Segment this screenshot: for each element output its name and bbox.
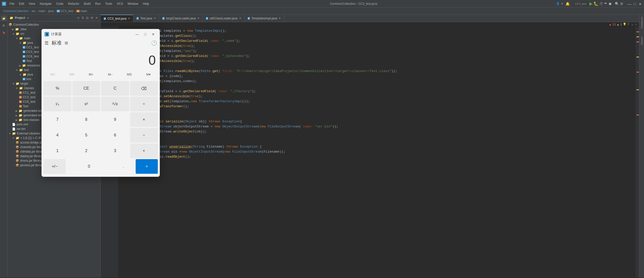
warning-stripe-2 — [636, 57, 639, 57]
menu-window[interactable]: Window — [126, 2, 140, 6]
maximize-button[interactable]: □ — [633, 2, 636, 6]
debug-button[interactable]: 🐛 — [593, 1, 598, 6]
editor-area: JCC3_test.java✕JTest.java✕Jlang\ClassLoa… — [101, 15, 639, 277]
breadcrumb-item-5[interactable]: m main — [76, 9, 87, 13]
calc-maximize-button[interactable]: □ — [142, 31, 149, 38]
close-button[interactable]: ✕ — [638, 2, 642, 6]
calc-btn-6[interactable]: 6 — [101, 128, 129, 143]
error-status-bar: ▲ 13 ▲ 1 💡 7 ▲ ▼ — [101, 22, 639, 26]
code-content[interactable]: TemplatesImpl templates = new TemplatesI… — [118, 26, 635, 277]
structure-panel-icon[interactable]: ☰ — [1, 23, 7, 28]
calc-btn--[interactable]: = — [136, 159, 158, 174]
tab-CC3-test-java[interactable]: JCC3_test.java✕ — [101, 15, 133, 22]
calc-mode-icon[interactable]: ⊞ — [65, 41, 68, 45]
breadcrumb: CommonCollection › src › main › java › C… — [0, 8, 644, 15]
settings-icon[interactable]: ⚙ — [90, 16, 94, 20]
calc-minimize-button[interactable]: — — [134, 31, 141, 38]
calc-btn----[interactable]: +/− — [44, 159, 66, 174]
maven-panel-label[interactable]: Maven — [639, 36, 644, 46]
run-button[interactable]: ▶ — [589, 1, 592, 6]
calc-history-icon[interactable]: 🕐 — [151, 40, 157, 46]
calc-memory-btn-M–[interactable]: M– — [101, 70, 120, 79]
tab-close-icon[interactable]: ✕ — [128, 17, 130, 20]
calc-btn-0[interactable]: 0 — [67, 159, 111, 174]
calc-btn-CE[interactable]: CE — [72, 81, 100, 96]
menu-navigate[interactable]: Navigate — [38, 2, 54, 6]
menu-build[interactable]: Build — [82, 2, 93, 6]
run-config-btn[interactable]: CC3_test — [573, 2, 588, 6]
search-button[interactable]: 🔍 — [615, 2, 619, 6]
calc-btn----[interactable]: ¹⁄ₓ — [44, 97, 71, 111]
calc-close-button[interactable]: ✕ — [150, 31, 157, 38]
menu-view[interactable]: View — [27, 2, 37, 6]
menu-code[interactable]: Code — [54, 2, 65, 6]
calc-memory-btn-M+[interactable]: M+ — [82, 70, 100, 79]
calc-btn---x[interactable]: ²√x — [101, 97, 129, 111]
calc-btn-C[interactable]: C — [101, 81, 129, 96]
calc-btn--[interactable]: + — [130, 144, 158, 158]
tab-close-icon[interactable]: ✕ — [154, 17, 156, 20]
calc-memory-btn-M▾[interactable]: M▾ — [139, 70, 158, 79]
hide-icon[interactable]: ✕ — [95, 16, 98, 20]
tab-util-ClassLoader-java[interactable]: Jutil\ClassLoader.java✕ — [203, 15, 245, 22]
tab-close-icon[interactable]: ✕ — [239, 17, 241, 20]
code-line: templates.newTransformer(); — [120, 104, 633, 109]
sort-icon[interactable]: ⇅ — [81, 16, 85, 20]
menu-tools[interactable]: Tools — [103, 2, 114, 6]
tab-close-icon[interactable]: ✕ — [197, 17, 200, 20]
calc-btn-7[interactable]: 7 — [44, 112, 71, 127]
tab-icon: J — [162, 17, 165, 20]
breadcrumb-item-1[interactable]: src — [31, 9, 35, 13]
breadcrumb-item-4[interactable]: C CC3_test — [57, 9, 73, 13]
calc-btn--[interactable]: × — [130, 112, 158, 127]
calc-btn--[interactable]: − — [130, 128, 158, 143]
collapse-editor-icon[interactable]: ▼ — [635, 23, 637, 26]
calc-btn-8[interactable]: 8 — [72, 112, 100, 127]
calc-btn-5[interactable]: 5 — [72, 128, 100, 143]
settings-button[interactable]: ⚙ — [620, 2, 623, 6]
calc-btn-4[interactable]: 4 — [44, 128, 71, 143]
tab-TemplatesImpl-java[interactable]: JTemplatesImpl.java✕ — [245, 15, 284, 22]
code-line: ObjectInputStream ois =new ObjectInputSt… — [120, 149, 633, 154]
menu-edit[interactable]: Edit — [17, 2, 26, 6]
calc-memory-btn-MS[interactable]: MS — [120, 70, 139, 79]
tab-close-icon[interactable]: ✕ — [279, 17, 281, 20]
calc-btn-3[interactable]: 3 — [101, 144, 129, 158]
code-editor[interactable]: 4849505152535455565758596061626364656667… — [101, 26, 639, 277]
menu-run[interactable]: Run — [93, 2, 103, 6]
calc-btn-1[interactable]: 1 — [44, 144, 71, 158]
calc-btn-9[interactable]: 9 — [101, 112, 129, 127]
scope-icon[interactable]: ⊙ — [77, 16, 80, 20]
calc-btn--[interactable]: ⌫ — [130, 81, 158, 96]
tab-Test-java[interactable]: JTest.java✕ — [133, 15, 159, 22]
calc-menu-icon[interactable]: ☰ — [45, 40, 49, 46]
project-panel-icon[interactable]: 📁 — [1, 16, 7, 21]
calc-memory-btn-MC[interactable]: MC — [44, 70, 62, 79]
collapse-icon[interactable]: ⊟ — [86, 16, 89, 20]
stop-button[interactable]: ⏹ — [608, 2, 612, 6]
calc-btn-2[interactable]: 2 — [72, 144, 100, 158]
minimize-button[interactable]: — — [627, 2, 631, 6]
calc-btn--[interactable]: ÷ — [130, 97, 158, 111]
bookmarks-panel-icon[interactable]: 🔖 — [1, 30, 7, 35]
calc-btn-x-[interactable]: x² — [72, 97, 100, 111]
calc-memory-btn-MR[interactable]: MR — [63, 70, 81, 79]
tree-item[interactable]: 📦CommonCollection — [8, 22, 100, 27]
menu-file[interactable]: File — [8, 2, 16, 6]
menu-help[interactable]: Help — [141, 2, 151, 6]
breadcrumb-item-2[interactable]: main — [39, 9, 45, 13]
database-panel-label[interactable]: Database — [639, 16, 644, 29]
breadcrumb-item-3[interactable]: java — [48, 9, 54, 13]
profile-button[interactable]: ⏱ — [599, 2, 603, 6]
coverage-button[interactable]: ☂ — [604, 2, 607, 6]
calc-btn--[interactable]: % — [44, 81, 71, 96]
window-controls: 👤 ▼ 🔔 CC3_test ▶ 🐛 ⏱ ☂ ⏹ 🔍 ⚙ — □ ✕ — [556, 1, 642, 6]
breadcrumb-item-0[interactable]: CommonCollection — [3, 9, 28, 13]
menu-refactor[interactable]: Refactor — [66, 2, 81, 6]
menu-vcs[interactable]: VCS — [115, 2, 125, 6]
calc-display-value: 0 — [148, 53, 156, 67]
calc-btn--[interactable]: . — [112, 159, 134, 174]
tab-lang-ClassLoader-java[interactable]: Jlang\ClassLoader.java✕ — [159, 15, 203, 22]
expand-icon[interactable]: ▲ — [631, 23, 634, 26]
code-line: TemplatesImpl templates = new TemplatesI… — [120, 28, 633, 33]
